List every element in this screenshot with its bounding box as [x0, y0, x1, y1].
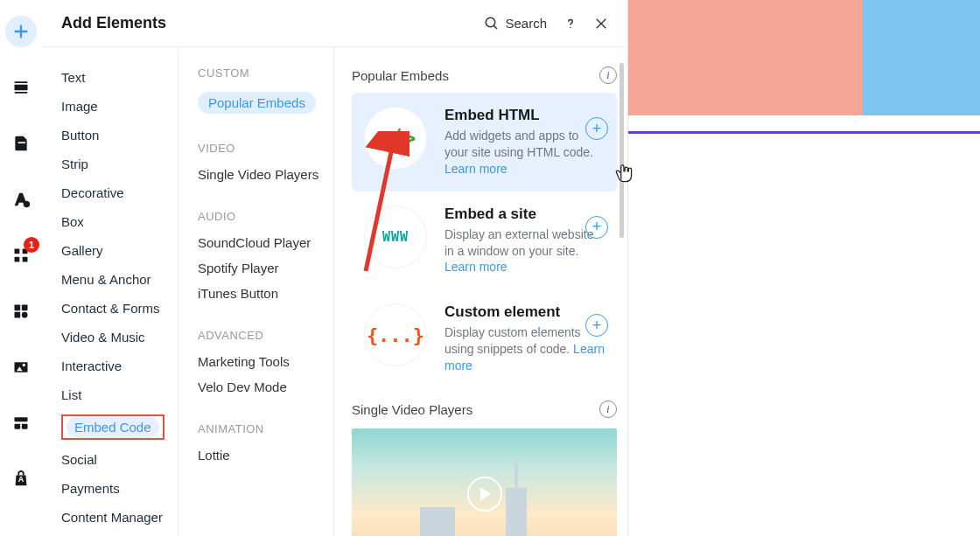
style-icon[interactable] [5, 184, 37, 215]
info-icon[interactable]: i [599, 66, 617, 84]
svg-point-14 [22, 312, 28, 318]
category-item[interactable]: Blog [61, 532, 178, 536]
category-item-selected[interactable]: Embed Code [61, 414, 164, 440]
add-elements-panel: Add Elements Search TextImageButtonStrip… [42, 0, 628, 536]
close-icon [594, 17, 608, 31]
codebr-icon: </> [364, 107, 427, 170]
subgroup-heading: VIDEO [198, 142, 333, 155]
category-item[interactable]: Contact & Forms [61, 294, 178, 323]
subgroup-item[interactable]: Spotify Player [198, 255, 333, 281]
svg-rect-18 [15, 417, 28, 421]
category-item[interactable]: Decorative [61, 178, 178, 207]
search-button[interactable]: Search [484, 16, 547, 31]
category-item[interactable]: Content Manager [61, 503, 178, 532]
category-item[interactable]: Gallery [61, 236, 178, 265]
www-icon: WWW [364, 205, 427, 268]
svg-rect-7 [15, 249, 20, 254]
embed-column: Popular Embeds i </>Embed HTMLAdd widget… [334, 47, 627, 536]
page-icon[interactable] [5, 128, 37, 159]
svg-rect-20 [22, 424, 28, 429]
category-item[interactable]: Strip [61, 150, 178, 178]
learn-more-link[interactable]: Learn more [444, 260, 508, 274]
main-area: Add Elements Search TextImageButtonStrip… [42, 0, 980, 536]
svg-point-6 [24, 201, 30, 207]
video-thumbnail[interactable] [352, 428, 617, 536]
category-item[interactable]: Payments [61, 474, 178, 503]
panel-title: Add Elements [61, 14, 166, 32]
category-item[interactable]: Button [61, 121, 178, 150]
category-item[interactable]: Image [61, 92, 178, 121]
embed-list: </>Embed HTMLAdd widgets and apps to you… [352, 93, 617, 388]
svg-rect-12 [22, 305, 28, 311]
add-embed-button[interactable]: + [585, 216, 608, 239]
notification-badge: 1 [24, 237, 39, 253]
svg-rect-13 [15, 312, 21, 318]
layout-icon[interactable] [5, 407, 37, 439]
help-icon [563, 16, 578, 31]
svg-rect-4 [15, 92, 28, 94]
section-title: Single Video Players [352, 402, 472, 417]
curly-icon: {...} [364, 303, 427, 366]
learn-more-link[interactable]: Learn more [444, 342, 605, 372]
svg-point-17 [23, 364, 25, 366]
category-item[interactable]: List [61, 380, 178, 409]
scrollbar[interactable] [620, 63, 624, 238]
play-icon [467, 477, 502, 512]
embed-desc: Display custom elements using snippets o… [444, 324, 605, 374]
svg-rect-9 [15, 257, 20, 262]
puzzle-icon[interactable] [5, 296, 37, 327]
embed-desc: Display an external website in a window … [444, 226, 605, 276]
svg-point-23 [570, 26, 571, 28]
category-item[interactable]: Interactive [61, 352, 178, 380]
section-title: Popular Embeds [352, 68, 449, 83]
close-button[interactable] [594, 17, 608, 31]
subgroup-item[interactable]: iTunes Button [198, 281, 333, 306]
category-item[interactable]: Social [61, 445, 178, 474]
subgroup-heading: CUSTOM [198, 66, 333, 80]
help-button[interactable] [563, 16, 578, 31]
media-icon[interactable] [5, 352, 37, 383]
add-elements-button[interactable] [5, 16, 37, 47]
panel-header: Add Elements Search [42, 0, 627, 47]
subgroup-heading: ANIMATION [198, 422, 333, 435]
embed-card[interactable]: WWWEmbed a siteDisplay an external websi… [352, 191, 617, 290]
subgroup-item[interactable]: SoundCloud Player [198, 230, 333, 255]
app-market-icon[interactable]: 1 [5, 240, 37, 271]
section-header-popular: Popular Embeds i [352, 66, 617, 84]
learn-more-link[interactable]: Learn more [444, 162, 508, 176]
svg-line-22 [494, 25, 498, 29]
category-item[interactable]: Box [61, 207, 178, 236]
subgroup-item[interactable]: Velo Dev Mode [198, 374, 333, 400]
svg-point-21 [486, 17, 496, 27]
svg-rect-19 [15, 424, 21, 429]
embed-desc: Add widgets and apps to your site using … [444, 128, 605, 178]
embed-card[interactable]: </>Embed HTMLAdd widgets and apps to you… [352, 93, 617, 191]
canvas-area[interactable] [628, 0, 980, 536]
search-label: Search [505, 16, 547, 31]
svg-rect-5 [18, 142, 25, 143]
subgroup-item[interactable]: Single Video Players [198, 162, 333, 187]
shop-letter: A [18, 475, 24, 484]
add-embed-button[interactable]: + [585, 117, 608, 140]
svg-rect-3 [15, 81, 28, 83]
embed-card[interactable]: {...}Custom elementDisplay custom elemen… [352, 289, 617, 388]
add-embed-button[interactable]: + [585, 314, 608, 337]
shop-icon[interactable]: A [5, 463, 37, 495]
svg-rect-2 [15, 85, 28, 91]
embed-title: Embed HTML [444, 107, 605, 124]
plus-icon [5, 16, 37, 47]
subgroup-item[interactable]: Marketing Tools [198, 349, 333, 374]
category-item[interactable]: Text [61, 63, 178, 92]
embed-title: Embed a site [444, 205, 605, 223]
panel-body: TextImageButtonStripDecorativeBoxGallery… [42, 47, 627, 536]
subgroup-list: CUSTOMPopular EmbedsVIDEOSingle Video Pl… [178, 47, 334, 536]
category-item[interactable]: Menu & Anchor [61, 265, 178, 294]
subgroup-item[interactable]: Lottie [198, 442, 333, 468]
svg-rect-11 [15, 305, 21, 311]
embed-title: Custom element [444, 303, 605, 321]
vertical-toolbar: 1 A [0, 0, 42, 536]
info-icon[interactable]: i [599, 400, 617, 418]
section-icon[interactable] [5, 72, 37, 103]
category-item[interactable]: Video & Music [61, 323, 178, 352]
subgroup-item-selected[interactable]: Popular Embeds [198, 87, 333, 119]
